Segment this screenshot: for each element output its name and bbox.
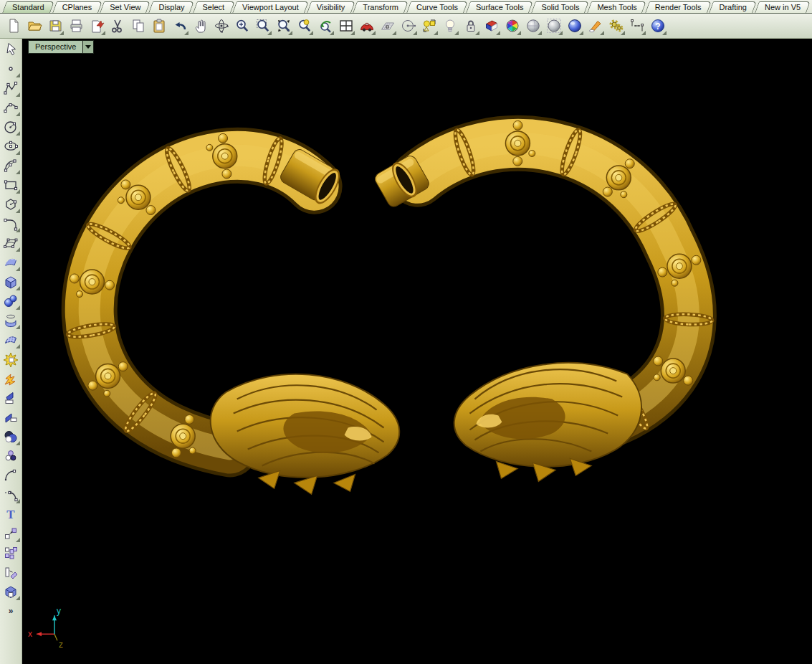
perspective-viewport[interactable]: Perspective xyz xyxy=(22,37,812,664)
srf-curved-icon xyxy=(3,255,19,270)
tab-cplanes[interactable]: CPlanes xyxy=(54,1,100,13)
cut-icon xyxy=(110,18,125,34)
help-button[interactable]: ? xyxy=(648,16,667,36)
cplane-button[interactable] xyxy=(378,16,397,36)
undo-button[interactable] xyxy=(170,16,189,36)
text-tool-button[interactable]: T xyxy=(1,506,20,523)
copy-array-button[interactable] xyxy=(1,544,20,561)
rotate-view-button[interactable] xyxy=(211,16,231,36)
boolean-union-button[interactable] xyxy=(1,428,20,445)
tab-label: Transform xyxy=(363,3,398,11)
shaded-viewport-button[interactable] xyxy=(523,16,543,36)
model-canvas-gold-bracelet[interactable]: xyz xyxy=(22,37,812,663)
box-tool-button[interactable] xyxy=(1,273,20,290)
tab-surface-tools[interactable]: Surface Tools xyxy=(468,1,531,13)
paste-button[interactable] xyxy=(149,16,168,36)
undo-view-button[interactable] xyxy=(315,16,335,36)
hide-objects-icon xyxy=(442,18,458,34)
zoom-selected-button[interactable] xyxy=(295,16,314,36)
polygon-tool-button[interactable] xyxy=(1,196,20,213)
color-wheel-icon xyxy=(505,18,520,34)
open-folder-button[interactable] xyxy=(24,16,44,36)
tab-standard[interactable]: Standard xyxy=(4,1,52,13)
dimension-button[interactable] xyxy=(627,16,646,36)
zoom-extents-button[interactable] xyxy=(274,16,293,36)
tab-mesh-tools[interactable]: Mesh Tools xyxy=(589,1,644,13)
tab-visibility[interactable]: Visibility xyxy=(309,1,353,13)
zoom-dynamic-button[interactable] xyxy=(232,16,252,36)
arc-tool-button[interactable] xyxy=(1,157,20,174)
sphere-tool-button[interactable] xyxy=(1,293,20,310)
rotate-view-icon xyxy=(214,18,229,34)
move-icon xyxy=(3,526,19,541)
curve-button[interactable] xyxy=(1,99,20,116)
save-file-button[interactable] xyxy=(45,16,65,36)
boolean-star-button[interactable] xyxy=(1,351,20,368)
print-button[interactable] xyxy=(66,16,85,36)
point-icon xyxy=(3,61,19,77)
tab-display[interactable]: Display xyxy=(151,1,192,13)
explode-button[interactable] xyxy=(1,370,20,387)
zoom-window-button[interactable] xyxy=(253,16,272,36)
boolean-diff-button[interactable] xyxy=(1,583,20,600)
tab-viewport-layout[interactable]: Viewport Layout xyxy=(234,1,307,13)
extend-curve-button[interactable] xyxy=(1,486,20,503)
ellipse-tool-button[interactable] xyxy=(1,138,20,155)
viewport-menu-dropdown[interactable] xyxy=(82,41,93,53)
hide-objects-button[interactable] xyxy=(440,16,459,36)
selection-filter-button[interactable] xyxy=(419,16,439,36)
more-tools-button[interactable]: » xyxy=(1,602,20,620)
four-viewports-button[interactable] xyxy=(336,16,355,36)
tab-transform[interactable]: Transform xyxy=(355,1,406,13)
rendered-viewport-button[interactable] xyxy=(544,16,563,36)
tab-set-view[interactable]: Set View xyxy=(102,1,148,13)
fillet-curve-button[interactable] xyxy=(1,467,20,484)
undo-icon xyxy=(172,18,188,34)
lock-objects-button[interactable] xyxy=(461,16,480,36)
circle-tool-button[interactable] xyxy=(1,118,20,136)
export-file-button[interactable] xyxy=(87,16,106,36)
move-button[interactable] xyxy=(1,525,20,542)
group-button[interactable] xyxy=(1,447,20,465)
srf-3pt-button[interactable] xyxy=(1,234,20,252)
options-button[interactable] xyxy=(606,16,626,36)
svg-text:T: T xyxy=(6,508,15,521)
new-file-button[interactable] xyxy=(4,16,23,36)
cut-button[interactable] xyxy=(108,16,127,36)
select-button[interactable] xyxy=(1,41,20,58)
zoom-window-icon xyxy=(255,18,271,34)
srf-curved-button[interactable] xyxy=(1,254,20,271)
mesh-tool-button[interactable] xyxy=(1,331,20,348)
tab-drafting[interactable]: Drafting xyxy=(711,1,755,13)
tab-label: Drafting xyxy=(719,3,747,11)
orient-button[interactable] xyxy=(1,564,20,581)
polyline-button[interactable] xyxy=(1,80,20,97)
rectangle-tool-button[interactable] xyxy=(1,176,20,194)
cylinder-tool-button[interactable] xyxy=(1,312,20,329)
render-button[interactable] xyxy=(565,16,584,36)
named-view-car-button[interactable] xyxy=(357,16,376,36)
pan-hand-button[interactable] xyxy=(191,16,210,36)
copy-button[interactable] xyxy=(128,16,148,36)
tab-new-in-v5[interactable]: New in V5 xyxy=(757,1,808,13)
set-cplane-button[interactable] xyxy=(398,16,418,36)
layer-state-button[interactable] xyxy=(482,16,501,36)
srf-3pt-icon xyxy=(3,235,19,251)
tab-render-tools[interactable]: Render Tools xyxy=(647,1,710,13)
fillet-corner-button[interactable] xyxy=(1,215,20,232)
spotlight-button[interactable] xyxy=(586,16,605,36)
svg-text:?: ? xyxy=(655,22,660,32)
color-wheel-button[interactable] xyxy=(502,16,522,36)
select-icon xyxy=(3,42,19,57)
cplane-icon xyxy=(380,18,396,34)
tab-curve-tools[interactable]: Curve Tools xyxy=(409,1,466,13)
point-button[interactable] xyxy=(1,60,20,77)
viewport-title-bar[interactable]: Perspective xyxy=(28,40,94,54)
tab-label: Viewport Layout xyxy=(242,3,299,11)
split-button[interactable] xyxy=(1,409,20,426)
arc-tool-icon xyxy=(3,158,19,174)
trim-button[interactable] xyxy=(1,389,20,407)
tab-solid-tools[interactable]: Solid Tools xyxy=(533,1,587,13)
tab-select[interactable]: Select xyxy=(195,1,233,13)
viewport-title[interactable]: Perspective xyxy=(29,41,82,53)
